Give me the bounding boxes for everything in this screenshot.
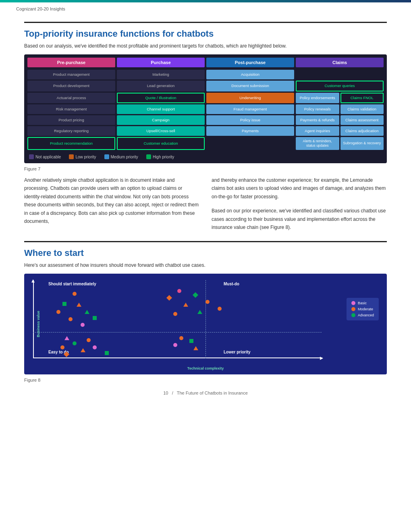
cell-customer-education: Customer education bbox=[117, 137, 205, 150]
chart2-legend: Basic Moderate Advanced bbox=[347, 298, 379, 320]
chart-row-7: Product recommendation Customer educatio… bbox=[27, 137, 384, 150]
cell-product-recommend: Product recommendation bbox=[27, 137, 115, 150]
dot-br-2-sq bbox=[189, 339, 193, 343]
body-text-left: Another relatively simple chatbot applic… bbox=[24, 176, 199, 231]
x-axis bbox=[33, 357, 322, 358]
dot-1 bbox=[73, 292, 77, 296]
body-text-right: and thereby enhance the customer experie… bbox=[212, 176, 387, 231]
cell-policy-endorsements: Policy endorsements bbox=[296, 93, 339, 103]
chart-legend: Not applicable Low priority Medium prior… bbox=[27, 154, 384, 160]
dot-bl-4 bbox=[60, 345, 64, 349]
dot-5-tri bbox=[85, 310, 89, 314]
legend-box-low bbox=[69, 154, 74, 159]
cell-actuarial: Actuarial process bbox=[27, 93, 115, 103]
x-axis-arrow bbox=[320, 357, 323, 360]
section2-intro: Here's our assessment of how insurers sh… bbox=[24, 262, 387, 269]
chart-row-3: Actuarial process Quote / Illustration U… bbox=[27, 93, 384, 103]
quadrant-h-divider bbox=[33, 332, 322, 332]
dot-br-4-tri bbox=[193, 346, 198, 350]
cell-regulatory: Regulatory reporting bbox=[27, 126, 115, 136]
chart-row-2: Product development Lead generation Docu… bbox=[27, 81, 384, 91]
body-text-right-para2: Based on our prior experience, we've ide… bbox=[212, 207, 387, 231]
legend-moderate-item: Moderate bbox=[351, 307, 374, 311]
page-number: 10 bbox=[163, 391, 168, 395]
y-axis-arrow bbox=[31, 279, 35, 283]
section2-title: Where to start bbox=[24, 248, 387, 258]
cell-empty1 bbox=[296, 70, 384, 79]
dot-br-1 bbox=[179, 336, 183, 340]
cell-lead-gen: Lead generation bbox=[117, 81, 205, 91]
legend-box-na bbox=[29, 154, 34, 159]
brand-name: Cognizant 20-20 Insights bbox=[16, 6, 65, 11]
legend-advanced-label: Advanced bbox=[358, 313, 374, 317]
chart-row-6: Regulatory reporting Upsell/Cross-sell P… bbox=[27, 126, 384, 136]
claims-pair-3: Payments & refunds Claims assessment bbox=[296, 115, 384, 125]
legend-medium: Medium priority bbox=[104, 154, 138, 159]
legend-label-med: Medium priority bbox=[111, 155, 138, 159]
legend-box-high bbox=[146, 154, 151, 159]
legend-not-applicable: Not applicable bbox=[29, 154, 61, 159]
cell-product-dev: Product development bbox=[27, 81, 115, 91]
claims-pair-4: Agent inquiries Claims adjudication bbox=[296, 126, 384, 136]
dot-tr-4-tri bbox=[183, 303, 188, 307]
quadrant-tl-label: Should start immediately bbox=[48, 282, 96, 286]
dot-6 bbox=[68, 317, 73, 321]
legend-label-na: Not applicable bbox=[35, 155, 61, 159]
claims-pair-5: Alerts & reminders, status updates Subro… bbox=[296, 137, 384, 150]
legend-label-low: Low priority bbox=[75, 155, 96, 159]
section2-divider bbox=[24, 241, 387, 242]
dot-tr-2-dia bbox=[193, 292, 198, 298]
body-text-section: Another relatively simple chatbot applic… bbox=[24, 176, 387, 231]
section1-title: Top-priority insurance functions for cha… bbox=[24, 29, 387, 39]
page-footer: 10 / The Future of Chatbots in Insurance bbox=[24, 391, 387, 403]
dot-4 bbox=[56, 310, 60, 314]
cell-claims-assessment: Claims assessment bbox=[340, 115, 384, 125]
section1-divider bbox=[24, 22, 387, 23]
dot-bl-1-tri bbox=[64, 336, 69, 340]
quadrant-br-label: Lower priority bbox=[224, 350, 251, 354]
cell-doc-submission: Document submission bbox=[206, 81, 294, 91]
quadrant-v-divider bbox=[206, 280, 206, 358]
cell-claims-adjudication: Claims adjudication bbox=[340, 126, 384, 136]
dot-tr-5 bbox=[206, 300, 210, 304]
page-doc-title: The Future of Chatbots in Insurance bbox=[177, 391, 248, 395]
body-text-left-para: Another relatively simple chatbot applic… bbox=[24, 176, 199, 225]
legend-high: High priority bbox=[146, 154, 174, 159]
legend-low: Low priority bbox=[69, 154, 96, 159]
cell-acquisition: Acquisition bbox=[206, 70, 294, 79]
cell-marketing: Marketing bbox=[117, 70, 205, 79]
col-header-postpurchase: Post-purchase bbox=[206, 58, 294, 67]
quadrant-tr-label: Must-do bbox=[224, 282, 239, 286]
col-header-prepurchase: Pre-purchase bbox=[27, 58, 115, 67]
legend-moderate-icon bbox=[351, 307, 355, 311]
body-text-right-para: and thereby enhance the customer experie… bbox=[212, 176, 387, 201]
figure7-label: Figure 7 bbox=[24, 166, 387, 171]
dot-br-3 bbox=[173, 343, 177, 347]
cell-customer-queries: Customer queries bbox=[296, 81, 384, 91]
cell-quote-illus: Quote / Illustration bbox=[117, 93, 205, 103]
cell-risk-mgmt: Risk management bbox=[27, 104, 115, 114]
cell-product-pricing: Product pricing bbox=[27, 115, 115, 125]
dot-tr-1 bbox=[177, 289, 181, 293]
cell-policy-issue: Policy issue bbox=[206, 115, 294, 125]
cell-campaign: Campaign bbox=[117, 115, 205, 125]
dot-tr-6-tri bbox=[197, 310, 202, 314]
dot-bl-3 bbox=[87, 338, 91, 342]
dot-bl-8-sq bbox=[105, 351, 109, 355]
dot-tr-8 bbox=[218, 307, 222, 311]
dot-3-triangle bbox=[77, 303, 81, 307]
legend-advanced-icon bbox=[351, 313, 355, 317]
cell-alerts-reminders: Alerts & reminders, status updates bbox=[296, 137, 339, 150]
cell-payments-refunds: Payments & refunds bbox=[296, 115, 339, 125]
y-axis-label: Business value bbox=[36, 311, 40, 338]
dot-bl-2 bbox=[73, 341, 77, 345]
col-header-purchase: Purchase bbox=[117, 58, 205, 67]
figure8-chart: Business value Technical complexity Shou… bbox=[24, 274, 387, 374]
main-content: Top-priority insurance functions for cha… bbox=[0, 14, 411, 411]
cell-underwriting: Underwriting bbox=[206, 93, 294, 103]
cell-payments: Payments bbox=[206, 126, 294, 136]
legend-advanced-item: Advanced bbox=[351, 313, 374, 317]
legend-basic-label: Basic bbox=[358, 301, 367, 305]
claims-pair-1: Policy endorsements Claims FNOL bbox=[296, 93, 384, 103]
dot-8 bbox=[81, 323, 85, 327]
